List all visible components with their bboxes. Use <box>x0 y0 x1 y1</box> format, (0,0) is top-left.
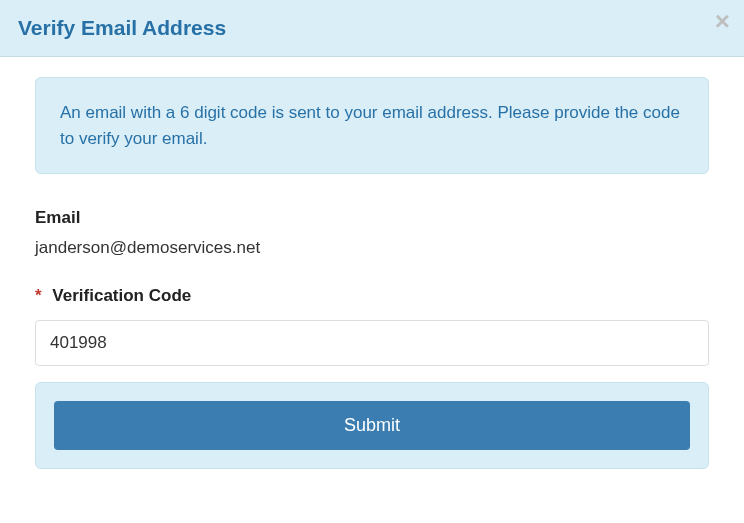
close-icon: × <box>715 6 730 36</box>
footer-box: Submit <box>35 382 709 469</box>
email-label: Email <box>35 208 709 228</box>
modal-title: Verify Email Address <box>18 16 726 40</box>
email-value: janderson@demoservices.net <box>35 238 709 258</box>
verification-code-label-text: Verification Code <box>52 286 191 305</box>
info-message: An email with a 6 digit code is sent to … <box>60 100 684 151</box>
submit-button[interactable]: Submit <box>54 401 690 450</box>
close-button[interactable]: × <box>715 8 730 34</box>
verification-code-label: * Verification Code <box>35 286 709 306</box>
info-box: An email with a 6 digit code is sent to … <box>35 77 709 174</box>
required-asterisk: * <box>35 286 42 305</box>
modal-header: Verify Email Address × <box>0 0 744 57</box>
verification-code-input[interactable] <box>35 320 709 366</box>
modal-body: An email with a 6 digit code is sent to … <box>0 57 744 489</box>
